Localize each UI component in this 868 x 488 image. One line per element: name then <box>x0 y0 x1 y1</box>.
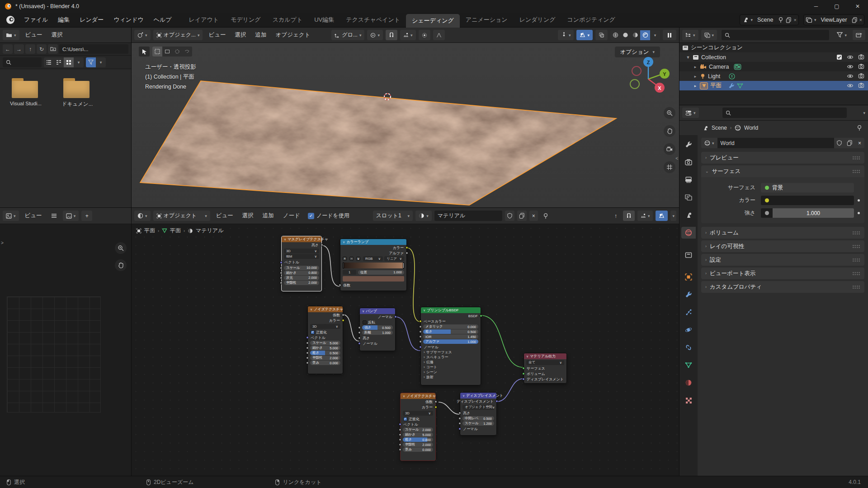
pin-icon[interactable] <box>856 125 863 131</box>
select-lasso-button[interactable] <box>182 47 192 56</box>
expand-icon[interactable]: ▸ <box>693 65 698 69</box>
material-name-field[interactable]: マテリアル <box>434 211 502 221</box>
socket-lacunarity-in[interactable] <box>280 282 283 284</box>
viewlayer-browse-chevron[interactable]: ▾ <box>814 18 816 22</box>
principled-alpha-field[interactable]: アルファ1.000 <box>423 339 478 344</box>
ramp-position-field[interactable]: 位置1.000 <box>358 270 404 275</box>
ramp-color-mode-dropdown[interactable]: RGB∨ <box>363 256 383 261</box>
panel-ray-visibility[interactable]: ›レイの可視性 <box>701 240 864 252</box>
outliner-row-camera[interactable]: ▸ Camera <box>679 62 868 71</box>
interaction-mode-dropdown[interactable]: オブジェク...▾ <box>153 30 203 40</box>
disable-render-icon[interactable] <box>858 64 864 70</box>
properties-editor-type-dropdown[interactable]: ▾ <box>682 108 699 118</box>
world-unlink-button[interactable]: × <box>855 138 864 148</box>
socket-dimension-in[interactable] <box>280 277 283 279</box>
maximize-button[interactable]: ▢ <box>826 0 847 13</box>
noise-detail-field[interactable]: 細かさ5.000 <box>310 346 340 350</box>
socket-height-out[interactable] <box>321 244 323 246</box>
panel-surface[interactable]: ⌄サーフェス <box>701 165 864 177</box>
noise-scale-field[interactable]: スケール2.000 <box>403 427 433 432</box>
socket-lacunarity-in[interactable] <box>399 443 401 446</box>
socket-scale-in[interactable] <box>306 342 309 344</box>
file-item[interactable]: ドキュメン... <box>58 78 97 108</box>
world-color-swatch[interactable] <box>773 196 854 205</box>
select-circle-button[interactable] <box>172 47 182 56</box>
outliner-row-light[interactable]: ▸ Light <box>679 71 868 81</box>
noise-scale-field[interactable]: スケール5.000 <box>310 341 340 345</box>
ramp-add-stop-button[interactable]: + <box>343 257 347 261</box>
animate-dot[interactable] <box>858 199 860 202</box>
outliner-filter-dropdown[interactable]: ▾ <box>834 30 850 40</box>
properties-search-input[interactable] <box>722 108 847 118</box>
socket-vector-in[interactable] <box>399 423 401 426</box>
socket-alpha-in[interactable] <box>419 340 422 343</box>
pivot-point-dropdown[interactable]: ▾ <box>367 30 383 40</box>
tab-output[interactable] <box>681 174 696 186</box>
breadcrumb-world[interactable]: World <box>744 125 758 131</box>
socket-metallic-in[interactable] <box>419 325 422 328</box>
socket-volume-in[interactable] <box>522 372 525 375</box>
snap-toggle[interactable] <box>386 30 397 40</box>
viewlayer-remove-icon[interactable]: × <box>859 17 862 23</box>
display-mode-chevron[interactable]: ▾ <box>74 57 84 67</box>
socket-roughness-in[interactable] <box>399 438 401 441</box>
go-to-parent-node-button[interactable]: ↑ <box>611 211 620 221</box>
viewlayer-icon[interactable] <box>806 17 812 23</box>
panel-volume[interactable]: ›ボリューム <box>701 227 864 239</box>
nav-refresh-button[interactable]: ↻ <box>37 44 47 54</box>
world-name-field[interactable]: World <box>717 138 834 148</box>
socket-roughness-in[interactable] <box>419 330 422 333</box>
strength-slider[interactable]: 1.000 <box>773 208 854 218</box>
noise-dimensions-dropdown[interactable]: 3D∨ <box>310 324 340 329</box>
socket-scale-in[interactable] <box>280 267 283 269</box>
world-copy-button[interactable] <box>844 138 855 148</box>
active-tool-button[interactable] <box>139 47 150 56</box>
material-slot-dropdown[interactable]: スロット1▾ <box>373 211 413 221</box>
material-unlink-button[interactable]: × <box>529 211 538 221</box>
socket-distortion-in[interactable] <box>306 361 309 364</box>
noise-roughness-field[interactable]: 粗さ0.800 <box>403 437 433 442</box>
socket-distortion-in[interactable] <box>399 448 401 451</box>
camera-view-button[interactable] <box>664 143 675 155</box>
shading-wireframe-button[interactable] <box>610 30 620 40</box>
shader-editor-type-dropdown[interactable]: ▾ <box>134 211 151 221</box>
material-copy-button[interactable] <box>517 211 527 221</box>
file-browser-menu-view[interactable]: ビュー <box>22 30 46 40</box>
principled-ior-field[interactable]: IOR1.450 <box>423 334 478 339</box>
hide-eye-icon[interactable] <box>847 74 854 79</box>
noise-lacunarity-field[interactable]: 空隙性2.000 <box>310 356 340 360</box>
noise-dimensions-dropdown[interactable]: 3D∨ <box>403 411 433 416</box>
image-zoom-button[interactable] <box>115 242 127 254</box>
shading-dropdown-chevron[interactable]: ▾ <box>650 30 660 40</box>
image-editor-type-dropdown[interactable]: ▾ <box>3 211 19 221</box>
display-vertical-list-button[interactable] <box>44 57 54 67</box>
socket-normal-out[interactable] <box>394 315 397 318</box>
zoom-button[interactable] <box>664 107 675 119</box>
tab-collection[interactable] <box>681 249 696 261</box>
disable-render-icon[interactable] <box>858 54 864 60</box>
tab-uv-editing[interactable]: UV編集 <box>308 13 340 28</box>
panel-grip[interactable] <box>852 272 860 275</box>
viewlayer-copy-icon[interactable] <box>852 17 858 23</box>
ramp-stop-handle[interactable] <box>343 263 344 268</box>
panel-custom-properties[interactable]: ›カスタムプロパティ <box>701 281 864 293</box>
section-sheen[interactable]: ›シーン <box>421 370 481 375</box>
viewlayer-name[interactable]: ViewLayer <box>818 17 849 23</box>
panel-viewport-display[interactable]: ›ビューポート表示 <box>701 267 864 279</box>
proportional-editing-toggle[interactable] <box>419 30 430 40</box>
strength-input-socket-button[interactable] <box>761 208 773 218</box>
sidebar-collapse-chevron[interactable]: < <box>675 156 678 161</box>
snap-settings-dropdown[interactable]: ▾ <box>400 30 416 40</box>
ramp-stop-color-swatch[interactable] <box>343 276 404 282</box>
displacement-scale-field[interactable]: スケール1.200 <box>462 421 494 426</box>
exclude-checkbox-icon[interactable] <box>836 54 842 60</box>
nav-forward-button[interactable]: → <box>14 44 24 54</box>
file-path-field[interactable]: C:\Users\... <box>59 44 128 54</box>
musgrave-lacunarity-field[interactable]: 空隙性2.000 <box>284 281 319 285</box>
expand-icon[interactable]: ▸ <box>693 74 698 79</box>
panel-grip[interactable] <box>852 156 860 160</box>
socket-color-out[interactable] <box>434 406 437 408</box>
file-browser-editor-type-dropdown[interactable]: ▾ <box>3 30 19 40</box>
section-emission[interactable]: ›放射 <box>421 375 481 380</box>
socket-fac-out[interactable] <box>434 400 437 403</box>
